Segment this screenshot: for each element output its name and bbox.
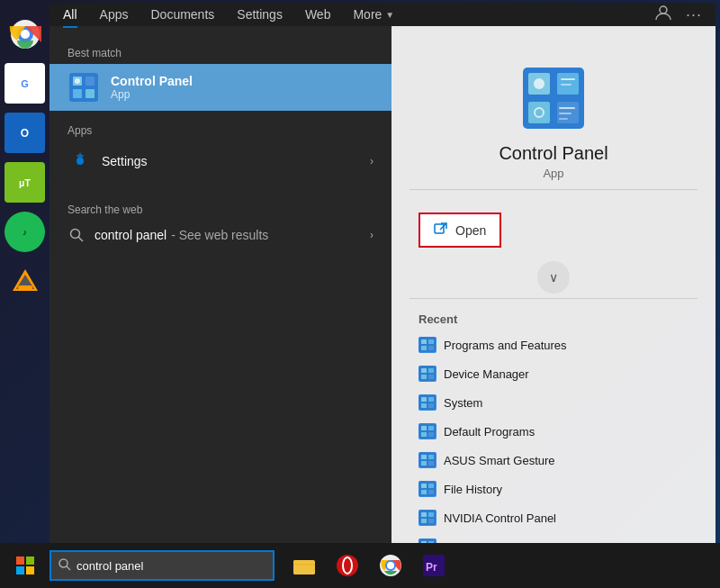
tab-settings[interactable]: Settings: [237, 3, 283, 26]
recent-item-1[interactable]: Device Manager: [410, 359, 698, 388]
tab-documents[interactable]: Documents: [150, 3, 214, 26]
svg-rect-63: [421, 519, 427, 523]
tab-web[interactable]: Web: [305, 3, 331, 26]
control-panel-large-icon: [518, 62, 590, 134]
recent-item-icon-1: [418, 366, 436, 382]
bottom-taskbar: Pr: [0, 543, 720, 588]
svg-rect-41: [421, 397, 427, 402]
more-chevron-icon: ▼: [385, 10, 394, 20]
openoffice-taskbar-icon[interactable]: O: [4, 113, 45, 153]
right-panel: Control Panel App Open: [392, 26, 716, 579]
svg-rect-25: [559, 107, 575, 109]
svg-rect-72: [16, 566, 24, 574]
svg-point-13: [78, 159, 83, 164]
svg-rect-73: [26, 566, 34, 574]
vlc-taskbar-icon[interactable]: [4, 261, 45, 302]
svg-rect-38: [421, 375, 427, 379]
svg-point-78: [343, 557, 352, 574]
best-match-label: Best match: [50, 40, 392, 64]
svg-rect-26: [559, 113, 572, 114]
separator-2: [410, 298, 698, 299]
recent-item-3[interactable]: Default Programs: [410, 417, 698, 446]
svg-rect-36: [421, 368, 427, 373]
svg-rect-34: [428, 346, 434, 350]
svg-rect-42: [428, 397, 434, 402]
utorrent-taskbar-icon[interactable]: µT: [4, 162, 45, 203]
svg-rect-28: [435, 224, 444, 233]
opera-icon: [335, 553, 360, 578]
svg-rect-44: [428, 403, 434, 408]
ellipsis-icon[interactable]: ···: [686, 5, 702, 24]
desktop: G O µT ♪ All Apps Docu: [0, 0, 720, 588]
svg-rect-31: [421, 339, 427, 344]
file-explorer-icon: [292, 553, 317, 578]
person-icon[interactable]: [654, 4, 672, 26]
open-button-container: Open: [410, 204, 698, 257]
svg-rect-33: [421, 346, 427, 350]
recent-item-2[interactable]: System: [410, 388, 698, 417]
recent-item-6[interactable]: NVIDIA Control Panel: [410, 503, 698, 532]
svg-point-2: [21, 30, 30, 39]
tab-all[interactable]: All: [63, 3, 77, 26]
recent-item-4[interactable]: ASUS Smart Gesture: [410, 446, 698, 475]
taskbar-search-bar[interactable]: [50, 550, 274, 581]
svg-rect-22: [561, 78, 575, 80]
left-panel: Best match Control Panel: [50, 26, 392, 579]
svg-point-81: [387, 562, 394, 569]
apps-label: Apps: [50, 120, 392, 141]
svg-rect-49: [428, 432, 434, 437]
recent-item-5[interactable]: File History: [410, 475, 698, 503]
svg-rect-32: [428, 339, 434, 344]
spotify-taskbar-icon[interactable]: ♪: [4, 212, 45, 252]
chrome-taskbar-icon[interactable]: [4, 14, 45, 54]
settings-icon: [68, 149, 93, 174]
svg-rect-70: [16, 556, 24, 565]
svg-rect-10: [73, 89, 82, 98]
opera-taskbar-btn[interactable]: [327, 546, 367, 586]
google-taskbar-icon[interactable]: G: [4, 63, 45, 104]
recent-item-icon-3: [418, 423, 436, 439]
svg-rect-48: [421, 432, 427, 437]
svg-rect-39: [428, 375, 434, 379]
recent-item-icon-5: [418, 481, 436, 497]
best-match-item[interactable]: Control Panel App: [50, 64, 392, 111]
control-panel-icon-large: [68, 71, 100, 104]
search-web-icon: [68, 226, 86, 244]
recent-item-icon-6: [418, 510, 436, 526]
premiere-pro-icon: Pr: [421, 553, 446, 578]
svg-rect-62: [428, 512, 434, 517]
search-web-section: Search the web control panel - See web r…: [50, 190, 392, 260]
svg-point-74: [59, 559, 68, 567]
best-match-text: Control Panel App: [111, 74, 193, 101]
svg-rect-54: [428, 461, 434, 466]
expand-button[interactable]: ∨: [537, 261, 570, 294]
taskbar-search-icon: [58, 558, 71, 574]
search-web-item[interactable]: control panel - See web results ›: [50, 219, 392, 251]
svg-point-21: [534, 78, 544, 89]
svg-rect-52: [428, 455, 434, 459]
svg-point-12: [75, 78, 80, 84]
file-explorer-taskbar-btn[interactable]: [284, 546, 324, 586]
right-panel-app-type: App: [543, 167, 563, 180]
premiere-taskbar-btn[interactable]: Pr: [413, 546, 454, 586]
open-button[interactable]: Open: [418, 213, 501, 248]
settings-menu-item[interactable]: Settings ›: [50, 141, 392, 181]
svg-rect-61: [421, 512, 427, 517]
svg-text:Pr: Pr: [426, 561, 437, 574]
tab-apps[interactable]: Apps: [100, 3, 129, 26]
nav-tabs: All Apps Documents Settings Web More ▼: [50, 3, 716, 26]
chrome-icon: [378, 553, 403, 578]
tab-more[interactable]: More ▼: [353, 3, 394, 26]
recent-item-0[interactable]: Programs and Features: [410, 330, 698, 359]
recent-item-icon-4: [418, 452, 436, 468]
taskbar-apps: Pr: [284, 546, 454, 586]
start-button[interactable]: [0, 543, 50, 588]
taskbar-search-input[interactable]: [76, 559, 266, 573]
svg-rect-19: [528, 102, 550, 123]
svg-rect-11: [86, 89, 94, 98]
svg-rect-64: [428, 519, 434, 523]
chrome-taskbar-btn[interactable]: [370, 546, 410, 586]
windows-logo-icon: [16, 556, 34, 574]
svg-rect-59: [428, 490, 434, 494]
svg-rect-53: [421, 461, 427, 466]
